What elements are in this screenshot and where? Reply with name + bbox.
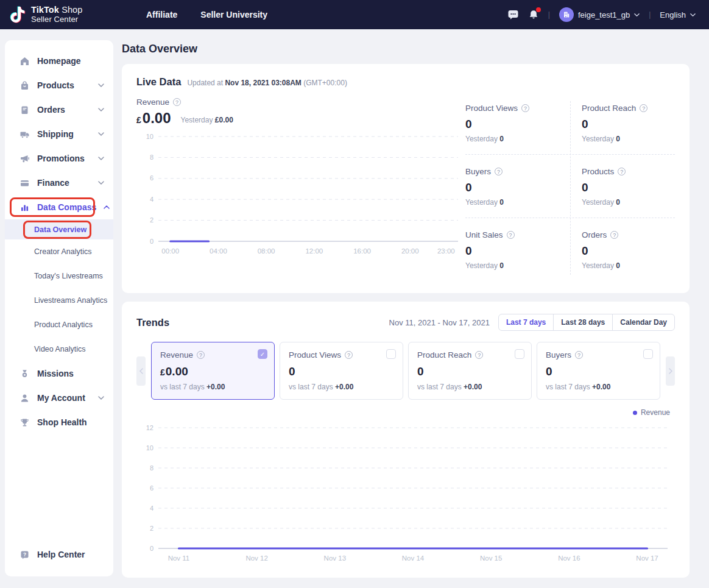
metric-buyers: Buyers? 0 Yesterday 0	[465, 167, 570, 208]
product-reach-checkbox[interactable]	[515, 349, 524, 359]
svg-text:Nov 14: Nov 14	[402, 554, 425, 562]
sidebar-item-shipping[interactable]: Shipping	[5, 122, 113, 146]
page-title: Data Overview	[122, 29, 690, 64]
live-revenue-chart: 024681000:0004:0008:0012:0016:0020:0023:…	[136, 129, 465, 258]
trend-card-product-reach[interactable]: Product Reach? 0 vs last 7 days +0.00	[408, 342, 532, 400]
sidebar-subitem-product-analytics[interactable]: Product Analytics	[5, 313, 113, 337]
sidebar-item-finance[interactable]: Finance	[5, 171, 113, 195]
svg-text:Nov 16: Nov 16	[558, 554, 580, 562]
live-metrics-grid: Product Views? 0 Yesterday 0 Product Rea…	[465, 97, 675, 281]
date-range-selector: Last 7 days Last 28 days Calendar Day	[498, 314, 675, 331]
sidebar-item-products[interactable]: Products	[5, 73, 113, 97]
top-navbar: TikTok Shop Seller Center Affiliate Sell…	[0, 0, 709, 29]
buyers-checkbox[interactable]	[643, 349, 653, 359]
help-question-icon: ?	[19, 550, 30, 560]
svg-text:00:00: 00:00	[161, 247, 179, 255]
product-views-checkbox[interactable]	[386, 349, 396, 359]
chevron-down-icon	[690, 12, 696, 18]
sidebar-item-data-compass[interactable]: Data Compass	[5, 195, 113, 219]
revenue-label-row: Revenue ?	[136, 97, 465, 107]
svg-text:Nov 11: Nov 11	[168, 554, 190, 562]
help-tooltip-icon[interactable]: ?	[345, 351, 353, 359]
help-tooltip-icon[interactable]: ?	[640, 104, 647, 112]
svg-text:10: 10	[146, 444, 153, 452]
sidebar-spacer	[5, 434, 113, 542]
chat-bubble-icon[interactable]	[507, 9, 519, 20]
language-label: English	[660, 10, 686, 19]
carousel-prev-button[interactable]	[136, 356, 146, 386]
revenue-yesterday: Yesterday £0.00	[181, 116, 233, 126]
sidebar-item-promotions[interactable]: Promotions	[5, 146, 113, 171]
medal-icon	[19, 369, 30, 379]
metric-product-views: Product Views? 0 Yesterday 0	[465, 104, 570, 144]
revenue-value: £0.00	[136, 111, 171, 126]
help-tooltip-icon[interactable]: ?	[575, 351, 583, 359]
metric-unit-sales: Unit Sales? 0 Yesterday 0	[465, 230, 570, 271]
range-button-last-7-days[interactable]: Last 7 days	[498, 314, 554, 331]
chevron-down-icon	[98, 82, 104, 88]
metric-orders: Orders? 0 Yesterday 0	[570, 230, 675, 271]
help-tooltip-icon[interactable]: ?	[507, 231, 515, 239]
sidebar-item-missions[interactable]: Missions	[5, 361, 113, 386]
svg-text:04:00: 04:00	[210, 247, 227, 255]
chevron-up-icon	[104, 204, 110, 210]
svg-text:8: 8	[150, 154, 153, 161]
svg-text:2: 2	[150, 216, 153, 224]
help-tooltip-icon[interactable]: ?	[610, 231, 618, 239]
svg-text:10: 10	[146, 133, 153, 140]
trend-card-product-views[interactable]: Product Views? 0 vs last 7 days +0.00	[280, 342, 403, 400]
trend-card-revenue[interactable]: Revenue? ✓ £0.00 vs last 7 days +0.00	[151, 342, 275, 400]
chevron-down-icon	[634, 12, 640, 18]
svg-text:0: 0	[150, 545, 153, 552]
help-tooltip-icon[interactable]: ?	[495, 168, 503, 175]
help-tooltip-icon[interactable]: ?	[521, 104, 529, 112]
nav-link-seller-university[interactable]: Seller University	[200, 10, 267, 19]
sidebar-subitem-data-overview[interactable]: Data Overview	[5, 219, 113, 239]
logo-text: TikTok Shop Seller Center	[31, 5, 82, 24]
carousel-next-button[interactable]	[666, 356, 675, 386]
sidebar-item-help-center[interactable]: ? Help Center	[5, 542, 113, 567]
notification-bell-icon[interactable]	[528, 9, 539, 21]
navbar-separator: |	[649, 10, 651, 19]
sidebar-subitem-creator-analytics[interactable]: Creator Analytics	[5, 239, 113, 264]
avatar	[559, 7, 574, 22]
svg-text:12: 12	[146, 424, 153, 431]
language-selector[interactable]: English	[660, 10, 696, 19]
svg-text:16:00: 16:00	[353, 247, 371, 255]
range-button-last-28-days[interactable]: Last 28 days	[553, 314, 613, 331]
sidebar-item-shop-health[interactable]: Shop Health	[5, 410, 113, 434]
help-tooltip-icon[interactable]: ?	[197, 351, 205, 359]
tiktok-note-icon	[10, 6, 26, 23]
chevron-down-icon	[98, 395, 104, 401]
revenue-checkbox[interactable]: ✓	[258, 349, 267, 359]
tiktok-shop-logo[interactable]: TikTok Shop Seller Center	[10, 5, 124, 24]
range-button-calendar-day[interactable]: Calendar Day	[612, 314, 675, 331]
svg-text:?: ?	[23, 551, 26, 558]
svg-text:08:00: 08:00	[258, 247, 275, 255]
megaphone-icon	[19, 154, 30, 164]
trends-revenue-chart: 024681012Nov 11Nov 12Nov 13Nov 14Nov 15N…	[136, 420, 675, 565]
user-menu[interactable]: feige_test1_gb	[559, 7, 640, 22]
svg-text:4: 4	[150, 505, 153, 512]
svg-text:8: 8	[150, 464, 153, 472]
sidebar-subitem-todays-livestreams[interactable]: Today's Livestreams	[5, 264, 113, 288]
sidebar-item-orders[interactable]: Orders	[5, 97, 113, 122]
sidebar-item-homepage[interactable]: Homepage	[5, 49, 113, 73]
sidebar-subitem-livestreams-analytics[interactable]: Livestreams Analytics	[5, 288, 113, 313]
nav-link-affiliate[interactable]: Affiliate	[146, 10, 177, 19]
live-data-card: Live Data Updated at Nov 18, 2021 03:08A…	[122, 64, 690, 293]
sidebar-item-my-account[interactable]: My Account	[5, 386, 113, 410]
svg-text:4: 4	[150, 196, 153, 203]
main-content: Data Overview Live Data Updated at Nov 1…	[122, 29, 690, 578]
credit-card-icon	[19, 178, 30, 188]
help-tooltip-icon[interactable]: ?	[173, 98, 181, 106]
chart-legend: Revenue	[136, 408, 675, 417]
help-tooltip-icon[interactable]: ?	[475, 351, 483, 359]
trend-card-buyers[interactable]: Buyers? 0 vs last 7 days +0.00	[537, 342, 660, 400]
svg-text:Nov 13: Nov 13	[324, 554, 346, 562]
sidebar-subitem-video-analytics[interactable]: Video Analytics	[5, 337, 113, 361]
notification-badge	[536, 7, 541, 12]
help-tooltip-icon[interactable]: ?	[618, 168, 626, 175]
navbar-separator: |	[548, 10, 550, 19]
svg-text:Nov 17: Nov 17	[636, 554, 658, 562]
